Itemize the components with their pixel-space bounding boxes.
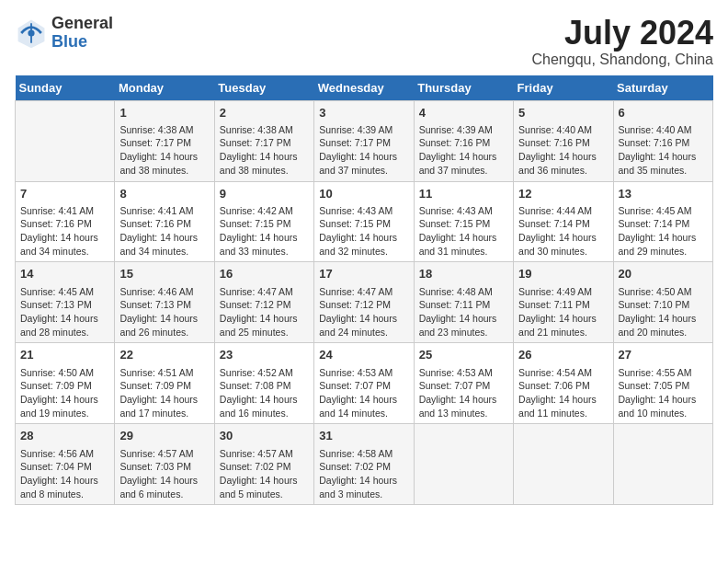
calendar-cell: 20Sunrise: 4:50 AM Sunset: 7:10 PM Dayli… <box>613 262 712 343</box>
svg-point-1 <box>28 29 34 36</box>
month-year: July 2024 <box>532 15 714 52</box>
day-number: 26 <box>518 347 608 363</box>
day-number: 23 <box>220 347 309 363</box>
day-number: 24 <box>319 347 408 363</box>
calendar-week-5: 28Sunrise: 4:56 AM Sunset: 7:04 PM Dayli… <box>16 424 713 505</box>
calendar-cell: 11Sunrise: 4:43 AM Sunset: 7:15 PM Dayli… <box>414 181 513 262</box>
calendar-cell: 26Sunrise: 4:54 AM Sunset: 7:06 PM Dayli… <box>514 343 613 424</box>
weekday-header-tuesday: Tuesday <box>214 75 313 101</box>
day-number: 19 <box>518 266 608 282</box>
day-number: 21 <box>20 347 109 363</box>
calendar-cell: 23Sunrise: 4:52 AM Sunset: 7:08 PM Dayli… <box>214 343 313 424</box>
day-number: 22 <box>119 347 209 363</box>
day-info: Sunrise: 4:57 AM Sunset: 7:03 PM Dayligh… <box>119 447 209 501</box>
calendar-week-2: 7Sunrise: 4:41 AM Sunset: 7:16 PM Daylig… <box>16 181 713 262</box>
logo-text: General Blue <box>51 15 113 52</box>
day-info: Sunrise: 4:40 AM Sunset: 7:16 PM Dayligh… <box>619 123 708 178</box>
day-info: Sunrise: 4:49 AM Sunset: 7:11 PM Dayligh… <box>518 285 608 339</box>
calendar-cell: 9Sunrise: 4:42 AM Sunset: 7:15 PM Daylig… <box>214 181 313 262</box>
day-number: 28 <box>20 428 109 444</box>
day-info: Sunrise: 4:38 AM Sunset: 7:17 PM Dayligh… <box>119 123 209 178</box>
calendar-cell: 10Sunrise: 4:43 AM Sunset: 7:15 PM Dayli… <box>314 181 414 262</box>
calendar-header: SundayMondayTuesdayWednesdayThursdayFrid… <box>16 75 713 101</box>
day-info: Sunrise: 4:47 AM Sunset: 7:12 PM Dayligh… <box>319 285 408 339</box>
weekday-header-row: SundayMondayTuesdayWednesdayThursdayFrid… <box>16 75 713 101</box>
day-info: Sunrise: 4:53 AM Sunset: 7:07 PM Dayligh… <box>319 366 408 420</box>
calendar-cell: 14Sunrise: 4:45 AM Sunset: 7:13 PM Dayli… <box>16 262 115 343</box>
day-number: 12 <box>518 186 608 202</box>
calendar-cell: 12Sunrise: 4:44 AM Sunset: 7:14 PM Dayli… <box>514 181 613 262</box>
calendar-cell: 7Sunrise: 4:41 AM Sunset: 7:16 PM Daylig… <box>16 181 115 262</box>
day-number: 18 <box>419 266 508 282</box>
calendar-cell: 19Sunrise: 4:49 AM Sunset: 7:11 PM Dayli… <box>514 262 613 343</box>
calendar-cell: 22Sunrise: 4:51 AM Sunset: 7:09 PM Dayli… <box>115 343 214 424</box>
calendar-week-4: 21Sunrise: 4:50 AM Sunset: 7:09 PM Dayli… <box>16 343 713 424</box>
calendar-week-1: 1Sunrise: 4:38 AM Sunset: 7:17 PM Daylig… <box>16 100 713 181</box>
logo: General Blue <box>15 15 113 52</box>
day-number: 13 <box>619 186 708 202</box>
day-info: Sunrise: 4:45 AM Sunset: 7:14 PM Dayligh… <box>619 204 708 259</box>
logo-blue: Blue <box>51 32 87 51</box>
day-number: 27 <box>619 347 708 363</box>
logo-general: General <box>51 14 113 32</box>
day-number: 30 <box>220 428 309 444</box>
calendar-cell: 6Sunrise: 4:40 AM Sunset: 7:16 PM Daylig… <box>613 100 712 181</box>
calendar-table: SundayMondayTuesdayWednesdayThursdayFrid… <box>15 75 713 506</box>
calendar-cell: 29Sunrise: 4:57 AM Sunset: 7:03 PM Dayli… <box>115 424 214 505</box>
weekday-header-monday: Monday <box>115 75 214 101</box>
calendar-cell: 3Sunrise: 4:39 AM Sunset: 7:17 PM Daylig… <box>314 100 414 181</box>
day-number: 17 <box>319 266 408 282</box>
title-block: July 2024 Chengqu, Shandong, China <box>532 15 714 68</box>
day-number: 15 <box>119 266 209 282</box>
day-info: Sunrise: 4:50 AM Sunset: 7:09 PM Dayligh… <box>20 366 109 420</box>
calendar-cell: 30Sunrise: 4:57 AM Sunset: 7:02 PM Dayli… <box>214 424 313 505</box>
calendar-cell: 8Sunrise: 4:41 AM Sunset: 7:16 PM Daylig… <box>115 181 214 262</box>
day-info: Sunrise: 4:57 AM Sunset: 7:02 PM Dayligh… <box>220 447 309 501</box>
weekday-header-thursday: Thursday <box>414 75 513 101</box>
day-number: 14 <box>20 266 109 282</box>
day-info: Sunrise: 4:42 AM Sunset: 7:15 PM Dayligh… <box>220 204 309 259</box>
day-info: Sunrise: 4:39 AM Sunset: 7:17 PM Dayligh… <box>319 123 408 178</box>
day-info: Sunrise: 4:56 AM Sunset: 7:04 PM Dayligh… <box>20 447 109 501</box>
logo-icon <box>15 17 48 50</box>
day-info: Sunrise: 4:51 AM Sunset: 7:09 PM Dayligh… <box>119 366 209 420</box>
day-info: Sunrise: 4:44 AM Sunset: 7:14 PM Dayligh… <box>518 204 608 259</box>
page-header: General Blue July 2024 Chengqu, Shandong… <box>15 15 713 68</box>
calendar-cell: 2Sunrise: 4:38 AM Sunset: 7:17 PM Daylig… <box>214 100 313 181</box>
day-info: Sunrise: 4:48 AM Sunset: 7:11 PM Dayligh… <box>419 285 508 339</box>
calendar-cell: 4Sunrise: 4:39 AM Sunset: 7:16 PM Daylig… <box>414 100 513 181</box>
calendar-cell: 18Sunrise: 4:48 AM Sunset: 7:11 PM Dayli… <box>414 262 513 343</box>
weekday-header-sunday: Sunday <box>16 75 115 101</box>
calendar-cell: 13Sunrise: 4:45 AM Sunset: 7:14 PM Dayli… <box>613 181 712 262</box>
calendar-cell: 17Sunrise: 4:47 AM Sunset: 7:12 PM Dayli… <box>314 262 414 343</box>
day-number: 3 <box>319 105 408 121</box>
day-info: Sunrise: 4:43 AM Sunset: 7:15 PM Dayligh… <box>419 204 508 259</box>
day-info: Sunrise: 4:52 AM Sunset: 7:08 PM Dayligh… <box>220 366 309 420</box>
weekday-header-saturday: Saturday <box>613 75 712 101</box>
location: Chengqu, Shandong, China <box>532 52 714 68</box>
day-number: 4 <box>419 105 508 121</box>
day-info: Sunrise: 4:39 AM Sunset: 7:16 PM Dayligh… <box>419 123 508 178</box>
day-number: 29 <box>119 428 209 444</box>
calendar-cell: 31Sunrise: 4:58 AM Sunset: 7:02 PM Dayli… <box>314 424 414 505</box>
day-info: Sunrise: 4:50 AM Sunset: 7:10 PM Dayligh… <box>619 285 708 339</box>
calendar-cell: 16Sunrise: 4:47 AM Sunset: 7:12 PM Dayli… <box>214 262 313 343</box>
day-number: 1 <box>119 105 209 121</box>
calendar-cell <box>414 424 513 505</box>
day-info: Sunrise: 4:58 AM Sunset: 7:02 PM Dayligh… <box>319 447 408 501</box>
day-info: Sunrise: 4:40 AM Sunset: 7:16 PM Dayligh… <box>518 123 608 178</box>
day-number: 25 <box>419 347 508 363</box>
calendar-cell: 27Sunrise: 4:55 AM Sunset: 7:05 PM Dayli… <box>613 343 712 424</box>
day-number: 16 <box>220 266 309 282</box>
day-number: 31 <box>319 428 408 444</box>
calendar-cell: 5Sunrise: 4:40 AM Sunset: 7:16 PM Daylig… <box>514 100 613 181</box>
day-info: Sunrise: 4:46 AM Sunset: 7:13 PM Dayligh… <box>119 285 209 339</box>
day-info: Sunrise: 4:55 AM Sunset: 7:05 PM Dayligh… <box>619 366 708 420</box>
day-info: Sunrise: 4:43 AM Sunset: 7:15 PM Dayligh… <box>319 204 408 259</box>
calendar-cell: 21Sunrise: 4:50 AM Sunset: 7:09 PM Dayli… <box>16 343 115 424</box>
day-info: Sunrise: 4:41 AM Sunset: 7:16 PM Dayligh… <box>20 204 109 259</box>
calendar-cell: 24Sunrise: 4:53 AM Sunset: 7:07 PM Dayli… <box>314 343 414 424</box>
day-info: Sunrise: 4:45 AM Sunset: 7:13 PM Dayligh… <box>20 285 109 339</box>
day-number: 8 <box>119 186 209 202</box>
weekday-header-wednesday: Wednesday <box>314 75 414 101</box>
